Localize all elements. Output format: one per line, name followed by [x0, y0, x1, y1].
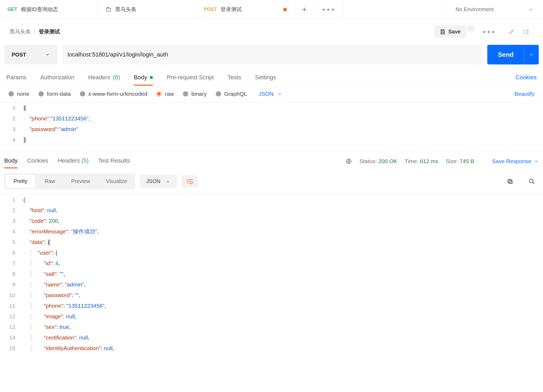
info-panel-button[interactable] [519, 26, 533, 37]
pencil-icon [508, 29, 514, 35]
body-type-row: none form-data x-www-form-urlencoded raw… [0, 86, 543, 102]
cookies-link[interactable]: Cookies [516, 70, 537, 86]
view-pretty[interactable]: Pretty [6, 175, 35, 188]
size-label: Size: [446, 158, 458, 164]
copy-icon [507, 178, 513, 185]
chevron-down-icon [45, 52, 50, 57]
overflow-menu-button[interactable]: ∘∘∘ [479, 26, 500, 38]
wrap-icon [186, 178, 193, 184]
tab-collection[interactable]: 黑马头条 [98, 0, 196, 19]
tab-title: 根据ID查询动态 [21, 6, 58, 13]
resp-tab-headers[interactable]: Headers (5) [58, 154, 89, 168]
body-type-formdata[interactable]: form-data [38, 91, 71, 97]
new-tab-button[interactable]: + [295, 0, 314, 19]
environment-selector[interactable]: No Environment [446, 0, 543, 19]
tab-authorization[interactable]: Authorization [40, 70, 74, 86]
url-input[interactable] [62, 45, 482, 64]
status-label: Status: [359, 158, 377, 164]
svg-rect-1 [526, 30, 528, 34]
tab-prerequest[interactable]: Pre-request Script [167, 70, 214, 86]
beautify-button[interactable]: Beautify [514, 91, 535, 97]
tab-method-badge: GET [7, 7, 17, 12]
search-response-button[interactable] [525, 176, 539, 187]
svg-rect-4 [508, 179, 511, 182]
tab-get-request[interactable]: GET 根据ID查询动态 [0, 0, 98, 19]
tab-tests[interactable]: Tests [228, 70, 241, 86]
view-raw[interactable]: Raw [37, 173, 63, 189]
response-status-bar: Status: 200 OK Time: 612 ms Size: 745 B … [346, 158, 539, 164]
tab-settings[interactable]: Settings [255, 70, 276, 86]
search-icon [529, 178, 535, 185]
response-format-label: JSON [146, 178, 160, 184]
size-value: 745 B [460, 158, 474, 164]
save-dropdown-button[interactable] [467, 25, 475, 32]
comments-panel-button[interactable] [504, 26, 519, 37]
pane-divider[interactable] [0, 145, 543, 151]
tab-body[interactable]: Body [134, 70, 153, 86]
tab-headers-count: (8) [113, 74, 120, 81]
breadcrumb-separator: / [31, 29, 39, 35]
request-body-editor[interactable]: 1{2····"phone":"13511223456",3····"passw… [0, 102, 543, 145]
tab-strip: GET 根据ID查询动态 黑马头条 POST 登录测试 + ∘∘∘ No Env… [0, 0, 543, 19]
save-response-label: Save Response [492, 158, 531, 164]
radio-icon [183, 91, 188, 97]
url-row: POST Send [0, 45, 543, 69]
resp-tab-body[interactable]: Body [4, 154, 18, 168]
svg-point-5 [529, 179, 533, 183]
tab-headers-label: Headers [88, 74, 110, 81]
request-tabs: Params Authorization Headers (8) Body Pr… [0, 69, 543, 86]
time-value: 612 ms [420, 158, 438, 164]
tab-params[interactable]: Params [6, 70, 27, 86]
unsaved-dot-icon [283, 8, 287, 11]
chevron-down-icon [529, 52, 534, 57]
send-button-group: Send [487, 45, 539, 64]
body-type-xwww[interactable]: x-www-form-urlencoded [80, 91, 148, 97]
body-type-graphql[interactable]: GraphQL [216, 91, 247, 97]
body-type-none[interactable]: none [8, 91, 29, 97]
resp-tab-headers-count: (5) [81, 157, 89, 164]
save-button[interactable]: Save [434, 25, 466, 38]
body-type-binary[interactable]: binary [183, 91, 206, 97]
chevron-down-icon [277, 92, 282, 96]
radio-icon [216, 91, 221, 97]
svg-rect-3 [509, 180, 512, 184]
tab-body-label: Body [134, 74, 147, 81]
resp-tab-testresults[interactable]: Test Results [98, 154, 130, 168]
network-icon[interactable] [346, 158, 352, 164]
save-button-group: Save [434, 25, 475, 38]
save-response-button[interactable]: Save Response [484, 158, 539, 164]
tab-headers[interactable]: Headers (8) [88, 70, 120, 86]
send-dropdown-button[interactable] [524, 45, 539, 64]
right-panel-toggle-group [504, 26, 533, 38]
chevron-down-icon [529, 7, 533, 12]
response-toolbar: Pretty Raw Preview Visualize JSON [0, 168, 543, 194]
body-active-dot-icon [150, 76, 153, 79]
folder-icon [106, 7, 111, 12]
status-value: 200 OK [378, 158, 397, 164]
body-format-label: JSON [259, 91, 274, 97]
response-format-dropdown[interactable]: JSON [140, 175, 177, 188]
resp-tab-cookies[interactable]: Cookies [27, 154, 48, 168]
save-label: Save [448, 29, 461, 35]
breadcrumb-row: 黑马头条 / 登录测试 Save ∘∘∘ [0, 19, 543, 45]
radio-icon [38, 91, 44, 97]
copy-response-button[interactable] [503, 176, 517, 187]
view-preview[interactable]: Preview [63, 173, 98, 189]
method-dropdown[interactable]: POST [4, 45, 57, 64]
radio-icon [80, 91, 85, 97]
body-format-dropdown[interactable]: JSON [259, 91, 282, 97]
breadcrumb-folder[interactable]: 黑马头条 [10, 28, 31, 35]
body-type-raw[interactable]: raw [156, 91, 174, 97]
response-body-viewer[interactable]: 1{2 "host": null,3 "code": 200,4 "errorM… [0, 194, 543, 354]
environment-label: No Environment [456, 6, 494, 12]
time-label: Time: [405, 158, 419, 164]
view-visualize[interactable]: Visualize [98, 173, 135, 189]
response-view-segment: Pretty Raw Preview Visualize [4, 173, 135, 189]
send-button[interactable]: Send [487, 45, 524, 64]
tab-post-request-active[interactable]: POST 登录测试 [196, 0, 295, 19]
tab-method-badge: POST [204, 7, 217, 12]
resp-tab-headers-label: Headers [58, 157, 80, 164]
tab-overflow-button[interactable]: ∘∘∘ [314, 0, 343, 19]
wrap-lines-button[interactable] [182, 175, 198, 188]
response-tabs: Body Cookies Headers (5) Test Results St… [0, 151, 543, 168]
